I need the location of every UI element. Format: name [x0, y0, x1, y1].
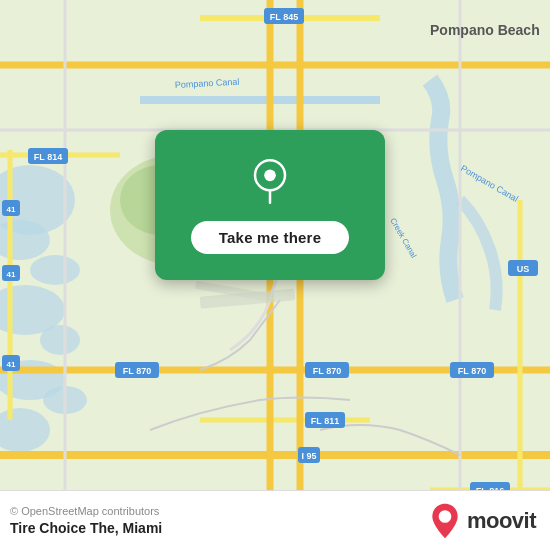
svg-point-58 [439, 510, 452, 523]
moovit-logo[interactable]: moovit [429, 502, 536, 540]
moovit-pin-icon [429, 502, 461, 540]
svg-point-3 [30, 255, 80, 285]
map-container[interactable]: FL 845 FL 814 41 41 41 FL 870 FL 870 FL … [0, 0, 550, 490]
place-name: Tire Choice The, Miami [10, 520, 162, 536]
location-pin-icon [245, 157, 295, 207]
svg-text:41: 41 [7, 270, 16, 279]
svg-text:FL 870: FL 870 [123, 366, 151, 376]
svg-text:FL 816: FL 816 [476, 486, 504, 490]
svg-text:41: 41 [7, 360, 16, 369]
moovit-label: moovit [467, 508, 536, 534]
svg-point-5 [40, 325, 80, 355]
svg-text:FL 814: FL 814 [34, 152, 62, 162]
bottom-bar: © OpenStreetMap contributors Tire Choice… [0, 490, 550, 550]
svg-text:US: US [517, 264, 530, 274]
svg-text:I 95: I 95 [301, 451, 316, 461]
svg-text:FL 845: FL 845 [270, 12, 298, 22]
svg-point-57 [264, 169, 276, 181]
osm-attribution: © OpenStreetMap contributors [10, 505, 162, 517]
bottom-left-info: © OpenStreetMap contributors Tire Choice… [10, 505, 162, 536]
svg-text:Pompano Beach: Pompano Beach [430, 22, 540, 38]
svg-text:FL 870: FL 870 [458, 366, 486, 376]
location-card[interactable]: Take me there [155, 130, 385, 280]
take-me-there-button[interactable]: Take me there [191, 221, 349, 254]
svg-text:41: 41 [7, 205, 16, 214]
svg-text:FL 811: FL 811 [311, 416, 339, 426]
svg-text:FL 870: FL 870 [313, 366, 341, 376]
